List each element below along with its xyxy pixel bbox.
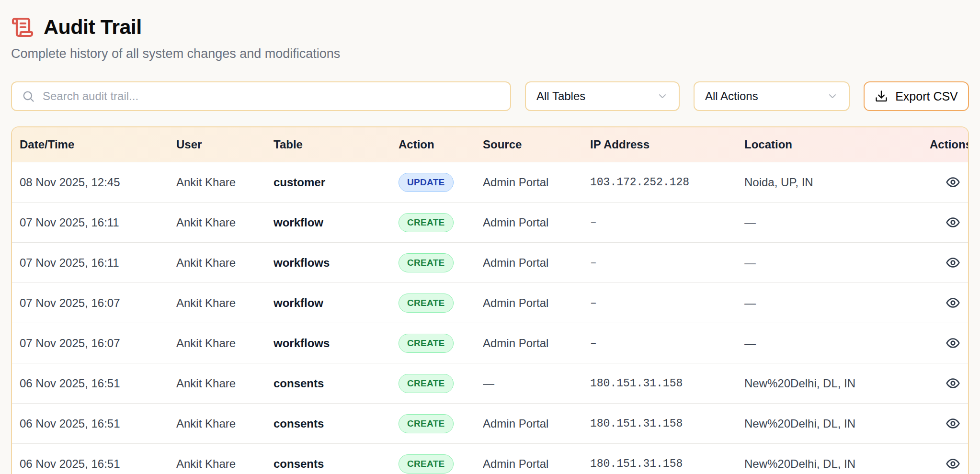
column-header: Source [483,138,590,151]
cell-ip: – [590,216,744,229]
cell-location: — [744,296,930,310]
cell-datetime: 07 Nov 2025, 16:07 [20,337,176,350]
cell-user: Ankit Khare [176,457,273,471]
page-subtitle: Complete history of all system changes a… [11,46,969,61]
cell-actions [930,175,960,190]
cell-table: workflow [273,296,399,310]
cell-datetime: 07 Nov 2025, 16:11 [20,256,176,270]
table-header-row: Date/TimeUserTableActionSourceIP Address… [12,127,968,162]
tables-filter-value: All Tables [536,90,585,103]
page-header: Audit Trail [11,15,969,39]
action-badge: CREATE [399,454,454,474]
cell-source: — [483,377,590,390]
column-header: Location [744,138,930,151]
eye-icon [946,336,960,350]
page-title: Audit Trail [44,15,142,39]
cell-action: CREATE [399,454,483,474]
actions-filter-value: All Actions [705,90,758,103]
cell-location: New%20Delhi, DL, IN [744,417,930,430]
view-details-button[interactable] [946,255,960,270]
cell-ip: – [590,297,744,309]
column-header: Actions [930,138,960,151]
cell-location: — [744,216,930,229]
search-box[interactable] [11,81,511,111]
eye-icon [946,255,960,270]
scroll-text-icon [11,16,34,39]
cell-location: — [744,256,930,270]
audit-table: Date/TimeUserTableActionSourceIP Address… [11,126,969,474]
cell-table: workflows [273,337,399,350]
cell-location: New%20Delhi, DL, IN [744,457,930,471]
chevron-down-icon [827,90,838,102]
export-csv-button[interactable]: Export CSV [864,81,969,111]
cell-user: Ankit Khare [176,176,273,189]
cell-datetime: 06 Nov 2025, 16:51 [20,457,176,471]
action-badge: CREATE [399,374,454,393]
cell-table: consents [273,377,399,390]
cell-datetime: 08 Nov 2025, 12:45 [20,176,176,189]
cell-actions [930,255,960,270]
cell-action: CREATE [399,293,483,313]
cell-datetime: 06 Nov 2025, 16:51 [20,417,176,430]
eye-icon [946,215,960,230]
action-badge: CREATE [399,293,454,313]
view-details-button[interactable] [946,336,960,350]
cell-actions [930,295,960,310]
tables-filter-select[interactable]: All Tables [525,81,680,111]
cell-table: consents [273,417,399,430]
table-row: 07 Nov 2025, 16:11 Ankit Khare workflow … [12,202,968,242]
cell-user: Ankit Khare [176,256,273,270]
cell-location: Noida, UP, IN [744,176,930,189]
actions-filter-select[interactable]: All Actions [694,81,850,111]
action-badge: UPDATE [399,173,454,192]
eye-icon [946,416,960,431]
cell-action: CREATE [399,374,483,393]
cell-source: Admin Portal [483,337,590,350]
cell-table: workflow [273,216,399,229]
action-badge: CREATE [399,334,454,353]
cell-user: Ankit Khare [176,377,273,390]
eye-icon [946,175,960,190]
cell-datetime: 07 Nov 2025, 16:11 [20,216,176,229]
table-row: 07 Nov 2025, 16:11 Ankit Khare workflows… [12,242,968,282]
cell-source: Admin Portal [483,216,590,229]
view-details-button[interactable] [946,376,960,391]
column-header: Action [399,138,483,151]
cell-source: Admin Portal [483,256,590,270]
cell-table: customer [273,176,399,189]
cell-action: CREATE [399,414,483,433]
cell-datetime: 07 Nov 2025, 16:07 [20,296,176,310]
cell-actions [930,416,960,431]
view-details-button[interactable] [946,416,960,431]
eye-icon [946,456,960,471]
column-header: Table [273,138,399,151]
cell-actions [930,456,960,471]
table-row: 07 Nov 2025, 16:07 Ankit Khare workflows… [12,323,968,363]
search-icon [22,90,35,103]
column-header: IP Address [590,138,744,151]
action-badge: CREATE [399,213,454,232]
cell-actions [930,215,960,230]
cell-source: Admin Portal [483,457,590,471]
cell-ip: 180.151.31.158 [590,458,744,470]
download-icon [875,90,888,103]
cell-action: CREATE [399,213,483,232]
cell-location: New%20Delhi, DL, IN [744,377,930,390]
table-row: 06 Nov 2025, 16:51 Ankit Khare consents … [12,403,968,443]
cell-table: consents [273,457,399,471]
action-badge: CREATE [399,414,454,433]
cell-actions [930,336,960,350]
view-details-button[interactable] [946,175,960,190]
cell-actions [930,376,960,391]
view-details-button[interactable] [946,215,960,230]
cell-source: Admin Portal [483,417,590,430]
search-input[interactable] [43,90,501,103]
table-row: 07 Nov 2025, 16:07 Ankit Khare workflow … [12,282,968,323]
column-header: Date/Time [20,138,176,151]
action-badge: CREATE [399,253,454,272]
cell-location: — [744,337,930,350]
chevron-down-icon [657,90,668,102]
table-row: 08 Nov 2025, 12:45 Ankit Khare customer … [12,162,968,202]
view-details-button[interactable] [946,295,960,310]
view-details-button[interactable] [946,456,960,471]
